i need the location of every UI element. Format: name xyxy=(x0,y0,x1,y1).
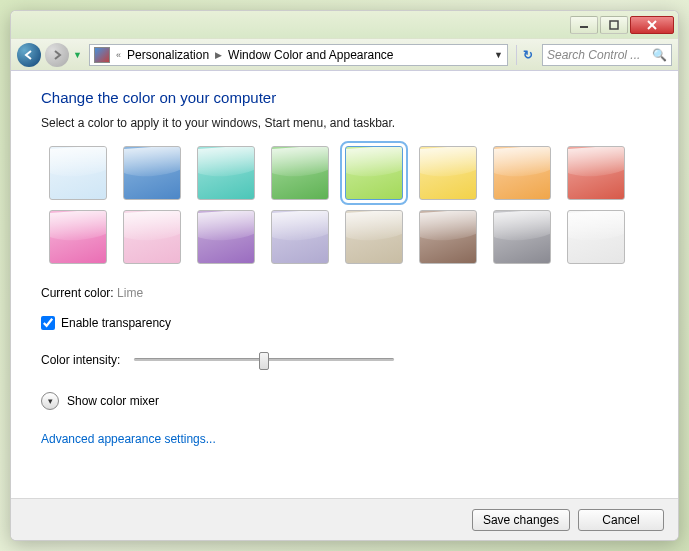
minimize-button[interactable] xyxy=(570,16,598,34)
color-swatch-leaf[interactable] xyxy=(271,146,329,200)
nav-forward-button[interactable] xyxy=(45,43,69,67)
maximize-icon xyxy=(609,20,619,30)
color-swatch-lime[interactable] xyxy=(345,146,403,200)
current-color-line: Current color: Lime xyxy=(41,286,648,300)
intensity-row: Color intensity: xyxy=(41,350,648,370)
color-swatch-chocolate[interactable] xyxy=(419,210,477,264)
color-swatch-twilight[interactable] xyxy=(123,146,181,200)
color-swatch-grid xyxy=(41,146,648,264)
current-color-value: Lime xyxy=(117,286,143,300)
nav-toolbar: ▼ « Personalization ▶ Window Color and A… xyxy=(11,39,678,71)
color-swatch-pumpkin[interactable] xyxy=(493,146,551,200)
close-icon xyxy=(646,20,658,30)
control-panel-icon xyxy=(94,47,110,63)
breadcrumb-prefix: « xyxy=(114,50,123,60)
color-swatch-taupe[interactable] xyxy=(345,210,403,264)
color-swatch-sea[interactable] xyxy=(197,146,255,200)
color-swatch-sun[interactable] xyxy=(419,146,477,200)
cancel-button[interactable]: Cancel xyxy=(578,509,664,531)
advanced-appearance-link[interactable]: Advanced appearance settings... xyxy=(41,432,648,446)
color-swatch-blush[interactable] xyxy=(123,210,181,264)
color-swatch-ruby[interactable] xyxy=(567,146,625,200)
transparency-row: Enable transparency xyxy=(41,316,648,330)
refresh-icon: ↻ xyxy=(523,48,533,62)
breadcrumb-parent[interactable]: Personalization xyxy=(127,48,209,62)
current-color-label: Current color: xyxy=(41,286,114,300)
page-title: Change the color on your computer xyxy=(41,89,648,106)
show-color-mixer-toggle[interactable]: ▾ Show color mixer xyxy=(41,392,648,410)
transparency-label[interactable]: Enable transparency xyxy=(61,316,171,330)
footer-button-bar: Save changes Cancel xyxy=(11,498,678,540)
transparency-checkbox[interactable] xyxy=(41,316,55,330)
search-placeholder: Search Control ... xyxy=(547,48,640,62)
nav-back-button[interactable] xyxy=(17,43,41,67)
arrow-right-icon xyxy=(51,49,63,61)
minimize-icon xyxy=(579,20,589,30)
color-swatch-slate[interactable] xyxy=(493,210,551,264)
search-input[interactable]: Search Control ... 🔍 xyxy=(542,44,672,66)
save-button[interactable]: Save changes xyxy=(472,509,570,531)
chevron-down-icon: ▾ xyxy=(41,392,59,410)
control-panel-window: ▼ « Personalization ▶ Window Color and A… xyxy=(10,10,679,541)
slider-thumb[interactable] xyxy=(259,352,269,370)
color-swatch-frost[interactable] xyxy=(567,210,625,264)
search-icon: 🔍 xyxy=(652,48,667,62)
color-swatch-violet[interactable] xyxy=(197,210,255,264)
refresh-button[interactable]: ↻ xyxy=(516,45,538,65)
content-area: Change the color on your computer Select… xyxy=(11,71,678,498)
address-dropdown-icon[interactable]: ▼ xyxy=(494,50,503,60)
close-button[interactable] xyxy=(630,16,674,34)
breadcrumb-current[interactable]: Window Color and Appearance xyxy=(228,48,393,62)
window-titlebar xyxy=(11,11,678,39)
intensity-slider[interactable] xyxy=(134,350,394,370)
color-swatch-fuchsia[interactable] xyxy=(49,210,107,264)
color-swatch-lavender[interactable] xyxy=(271,210,329,264)
maximize-button[interactable] xyxy=(600,16,628,34)
color-mixer-label: Show color mixer xyxy=(67,394,159,408)
address-bar[interactable]: « Personalization ▶ Window Color and App… xyxy=(89,44,508,66)
page-description: Select a color to apply it to your windo… xyxy=(41,116,648,130)
arrow-left-icon xyxy=(23,49,35,61)
chevron-right-icon: ▶ xyxy=(213,50,224,60)
svg-rect-1 xyxy=(610,21,618,29)
color-swatch-sky[interactable] xyxy=(49,146,107,200)
intensity-label: Color intensity: xyxy=(41,353,120,367)
nav-history-dropdown[interactable]: ▼ xyxy=(73,50,85,60)
